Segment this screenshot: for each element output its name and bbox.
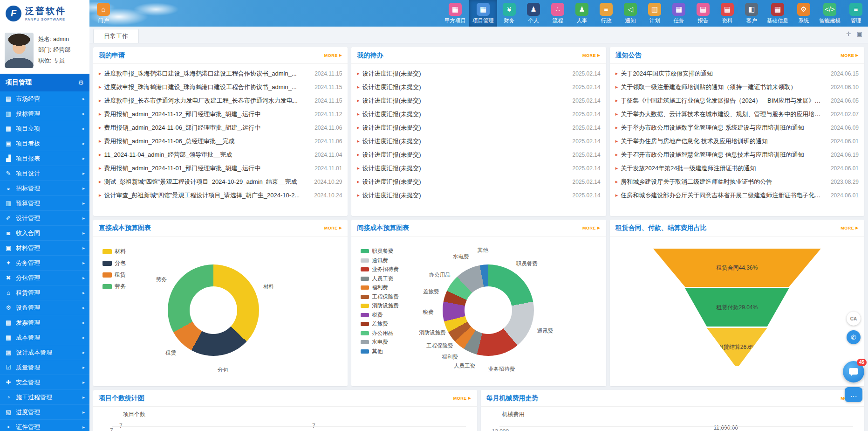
- sidebar-menu-item[interactable]: ✦ 劳务管理 ▸: [0, 256, 89, 271]
- funnel-segment-payment[interactable]: 租赁付款29.04%: [653, 288, 821, 327]
- sidebar-menu-item[interactable]: ◒ 招标管理 ▸: [0, 181, 89, 196]
- request-list-item[interactable]: ▸ 进度款申报_珠海鹤港口建设_珠海鹤港口建设工程合作协议书_admin_...…: [99, 80, 342, 94]
- top-nav-item[interactable]: ▦ 任务: [667, 0, 691, 27]
- sidebar-menu-item[interactable]: ▥ 预算管理 ▸: [0, 196, 89, 211]
- ca-widget[interactable]: CA: [847, 312, 861, 326]
- top-nav-item[interactable]: ▦ 甲方项目: [441, 0, 469, 27]
- chat-widget[interactable]: …: [845, 387, 862, 402]
- legend-item[interactable]: 消防设施费: [361, 302, 399, 309]
- top-nav-item[interactable]: ≡ 行政: [594, 0, 618, 27]
- top-nav-item[interactable]: ▥ 计划: [642, 0, 667, 27]
- sidebar-menu-item[interactable]: ▩ 设计成本管理 ▸: [0, 345, 89, 360]
- notice-list-item[interactable]: ▸ 房和城乡建设厅关于取消二级建造师临时执业证书的公告 2023.08.29: [615, 175, 859, 188]
- todo-list-item[interactable]: ▸ 设计进度汇报(未提交) 2025.02.14: [357, 161, 600, 175]
- gear-icon[interactable]: ⚙: [78, 79, 84, 86]
- sidebar-menu-item[interactable]: ✎ 项目设计 ▸: [0, 166, 89, 181]
- request-list-item[interactable]: ▸ 进度款申报_珠海鹤港口建设_珠海鹤港口建设工程合作协议书_admin_...…: [99, 67, 342, 80]
- request-list-item[interactable]: ▸ 11_2024-11-04_admin_经营部_领导审批__完成 2024.…: [99, 148, 342, 161]
- top-nav-item[interactable]: ◁ 通知: [618, 0, 642, 27]
- sidebar-menu-item[interactable]: ▥ 投标管理 ▸: [0, 106, 89, 121]
- sidebar-menu-item[interactable]: ✐ 设计管理 ▸: [0, 211, 89, 226]
- notice-list-item[interactable]: ▸ 关于发放2024年第24批一级建造师注册证书的通知 2024.06.01: [615, 161, 859, 175]
- notice-list-item[interactable]: ▸ 住房和城乡建设部办公厅关于同意吉林省开展二级建造师注册证书电子化试点... …: [615, 188, 859, 202]
- top-nav-item[interactable]: ▦ 项目管理: [469, 0, 497, 27]
- todo-list-item[interactable]: ▸ 设计进度汇报(未提交) 2025.02.14: [357, 188, 600, 202]
- sidebar-menu-item[interactable]: ✚ 安全管理 ▸: [0, 375, 89, 390]
- sidebar-menu-item[interactable]: ◙ 收入合同 ▸: [0, 226, 89, 241]
- sidebar-menu-item[interactable]: ⌂ 租赁管理 ▸: [0, 285, 89, 300]
- request-list-item[interactable]: ▸ 费用报销_admin_2024-11-12_部门经理审批_胡建_.运行中 2…: [99, 107, 342, 121]
- legend-item[interactable]: 材料: [103, 248, 126, 256]
- top-nav-item[interactable]: ♟ 个人: [521, 0, 546, 27]
- top-nav-item[interactable]: ¥ 财务: [497, 0, 521, 27]
- sidebar-menu-item[interactable]: ✖ 分包管理 ▸: [0, 271, 89, 285]
- more-link[interactable]: MORE▶: [453, 396, 472, 401]
- more-link[interactable]: MORE▶: [324, 226, 342, 230]
- notice-list-item[interactable]: ▸ 关于举办市政公用设施数字化管理信息 系统建设与应用培训班的通知 2024.0…: [615, 121, 859, 134]
- top-nav-item[interactable]: ∴ 流程: [546, 0, 570, 27]
- request-list-item[interactable]: ▸ 测试_彭祖新城“四馆”景观工程设计项目_2024-10-29_admin_结…: [99, 175, 342, 188]
- tab-daily-work[interactable]: 日常工作: [93, 29, 139, 43]
- top-nav-item[interactable]: ▦ 基础信息: [764, 0, 792, 27]
- notice-list-item[interactable]: ▸ 关于领取一级注册建造师培训贴的通知（须持一建证书前来领取） 2024.06.…: [615, 80, 859, 94]
- message-widget[interactable]: 45: [843, 361, 864, 382]
- layout-icon[interactable]: ▣: [857, 31, 862, 37]
- request-list-item[interactable]: ▸ 费用报销_admin_2024-11-06_总经理审批__完成 2024.1…: [99, 134, 342, 148]
- request-list-item[interactable]: ▸ 费用报销_admin_2024-11-06_部门经理审批_胡建_.运行中 2…: [99, 121, 342, 134]
- notice-list-item[interactable]: ▸ 关于举办住房与房地产信息化 技术及应用培训班的通知 2024.06.01: [615, 134, 859, 148]
- legend-item[interactable]: 人员工资: [361, 275, 399, 282]
- more-link[interactable]: MORE▶: [582, 53, 601, 58]
- notice-list-item[interactable]: ▸ 于征集《中国建筑施工行业信息化发展报告（2024）—BIM应用与发展》材料.…: [615, 94, 859, 107]
- legend-item[interactable]: 劳务: [103, 283, 126, 291]
- top-nav-item[interactable]: ▤ 报告: [691, 0, 715, 27]
- sidebar-menu-item[interactable]: ☑ 质量管理 ▸: [0, 360, 89, 375]
- legend-item[interactable]: 其他: [361, 348, 399, 355]
- legend-item[interactable]: 职员餐费: [361, 248, 399, 255]
- funnel-segment-settlement[interactable]: 租赁结算26.6%: [653, 328, 821, 366]
- legend-item[interactable]: 租赁: [103, 271, 126, 279]
- sidebar-menu-item[interactable]: ▤ 市场经营 ▸: [0, 91, 89, 106]
- todo-list-item[interactable]: ▸ 设计进度汇报(未提交) 2025.02.14: [357, 175, 600, 188]
- sidebar-menu-item[interactable]: ⚙ 设备管理 ▸: [0, 300, 89, 315]
- request-list-item[interactable]: ▸ 进度款申报_长春市伊通河水力发电厂改建工程_长春市伊通河水力发电... 20…: [99, 94, 342, 107]
- todo-list-item[interactable]: ▸ 设计进度汇报(未提交) 2025.02.14: [357, 80, 600, 94]
- nav-item-portal[interactable]: ⌂ 门户: [91, 0, 116, 27]
- more-link[interactable]: MORE▶: [324, 53, 342, 58]
- more-link[interactable]: MORE▶: [582, 226, 601, 230]
- request-list-item[interactable]: ▸ 设计审查_彭祖新城“四馆”景观工程设计项目_请选择_胡广生_2024-10-…: [99, 188, 342, 202]
- notice-list-item[interactable]: ▸ 关于召开市政公用设施智慧化管理信息 信息技术与应用培训班的通知 2024.0…: [615, 148, 859, 161]
- top-nav-item[interactable]: </> 智能建模: [816, 0, 844, 27]
- top-nav-item[interactable]: ⚙ 系统: [792, 0, 816, 27]
- legend-item[interactable]: 差旅费: [361, 320, 399, 327]
- todo-list-item[interactable]: ▸ 设计进度汇报(未提交) 2025.02.14: [357, 148, 600, 161]
- more-link[interactable]: MORE▶: [841, 53, 859, 58]
- todo-list-item[interactable]: ▸ 设计进度汇报(未提交) 2025.02.14: [357, 67, 600, 80]
- top-nav-item[interactable]: ♟ 人事: [570, 0, 594, 27]
- sidebar-menu-item[interactable]: ▟ 项目报表 ▸: [0, 151, 89, 166]
- notice-list-item[interactable]: ▸ 关于举办大数据、云计算技术在城市建设、规划、管理与服务中的应用培训班... …: [615, 107, 859, 121]
- sidebar-menu-item[interactable]: ▧ 进度管理 ▸: [0, 405, 89, 420]
- sidebar-menu-item[interactable]: ▦ 成本管理 ▸: [0, 330, 89, 345]
- legend-item[interactable]: 工程保险费: [361, 293, 399, 300]
- sidebar-menu-item[interactable]: ▪ 证件管理 ▸: [0, 420, 89, 431]
- legend-item[interactable]: 办公用品: [361, 330, 399, 337]
- legend-item[interactable]: 福利费: [361, 284, 399, 291]
- phone-icon[interactable]: ✆: [847, 330, 861, 344]
- sidebar-menu-item[interactable]: ▦ 项目立项 ▸: [0, 121, 89, 136]
- todo-list-item[interactable]: ▸ 设计进度汇报(未提交) 2025.02.14: [357, 121, 600, 134]
- request-list-item[interactable]: ▸ 费用报销_admin_2024-11-01_部门经理审批_胡建_.运行中 2…: [99, 161, 342, 175]
- todo-list-item[interactable]: ▸ 设计进度汇报(未提交) 2025.02.14: [357, 134, 600, 148]
- legend-item[interactable]: 水电费: [361, 339, 399, 346]
- notice-list-item[interactable]: ▸ 关于2024年国庆节放假安排的通知 2024.06.15: [615, 67, 859, 80]
- sidebar-menu-item[interactable]: ▣ 材料管理 ▸: [0, 241, 89, 256]
- top-nav-item[interactable]: ≡ 管理: [844, 0, 868, 27]
- top-nav-item[interactable]: ◧ 客户: [739, 0, 764, 27]
- sidebar-menu-item[interactable]: ◔ 施工过程管理 ▸: [0, 390, 89, 405]
- legend-item[interactable]: 业务招待费: [361, 266, 399, 273]
- sidebar-menu-item[interactable]: ▣ 项目看板 ▸: [0, 136, 89, 151]
- funnel-segment-contract[interactable]: 租赁合同44.36%: [653, 249, 821, 287]
- legend-item[interactable]: 分包: [103, 259, 126, 267]
- top-nav-item[interactable]: ▤ 资料: [715, 0, 739, 27]
- legend-item[interactable]: 税费: [361, 312, 399, 319]
- legend-item[interactable]: 通讯费: [361, 257, 399, 264]
